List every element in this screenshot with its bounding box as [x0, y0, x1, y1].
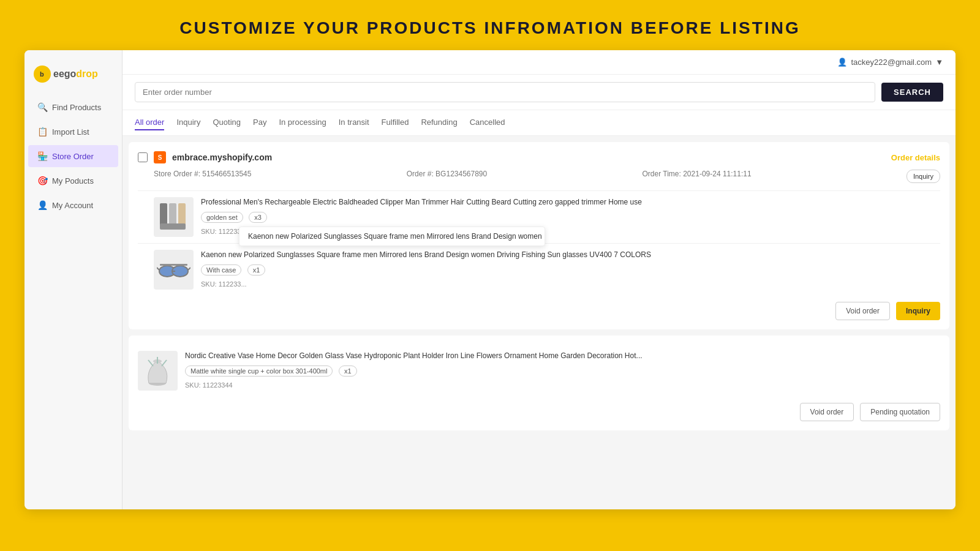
- search-button[interactable]: SEARCH: [881, 83, 943, 102]
- logo-icon: b: [34, 66, 51, 83]
- order-actions-1: Void order Inquiry: [138, 302, 940, 320]
- sidebar-label-find-products: Find Products: [52, 103, 101, 112]
- svg-rect-11: [160, 264, 187, 266]
- sidebar-label-import-list: Import List: [52, 127, 89, 137]
- order-time-1: Order Time: 2021-09-24 11:11:11: [643, 170, 752, 183]
- variant-vase-color: Mattle white single cup + color box 301-…: [185, 365, 333, 377]
- inquiry-btn-1[interactable]: Inquiry: [896, 302, 940, 320]
- tab-all-order[interactable]: All order: [135, 115, 164, 130]
- svg-line-14: [148, 360, 153, 366]
- filter-tabs: All order Inquiry Quoting Pay In process…: [123, 110, 956, 136]
- order-actions-2: Void order Pending quotation: [138, 403, 940, 421]
- svg-line-15: [162, 360, 167, 366]
- variant-golden-set: golden set: [201, 212, 243, 223]
- variant-with-case: With case: [201, 264, 241, 276]
- pending-quotation-btn[interactable]: Pending quotation: [860, 403, 940, 421]
- tab-quoting[interactable]: Quoting: [213, 115, 241, 130]
- store-icon: 🏪: [37, 151, 47, 161]
- sidebar-item-find-products[interactable]: 🔍 Find Products: [28, 96, 118, 118]
- variant-qty-3: x1: [339, 365, 357, 377]
- variant-qty-1: x3: [249, 212, 267, 223]
- sidebar-label-store-order: Store Order: [52, 152, 94, 161]
- order-item-3: Nordic Creative Vase Home Decor Golden G…: [138, 345, 940, 397]
- logo-text: eegodrop: [53, 69, 98, 80]
- tab-in-processing[interactable]: In processing: [279, 115, 326, 130]
- sidebar-item-store-order[interactable]: 🏪 Store Order: [28, 145, 118, 167]
- void-order-btn-2[interactable]: Void order: [800, 403, 854, 421]
- user-info[interactable]: 👤 tackey222@gmail.com ▼: [837, 58, 943, 67]
- order-num-1: Order #: BG1234567890: [407, 170, 487, 183]
- product-img-2: [154, 250, 194, 290]
- product-sku-3: SKU: 11223344: [185, 381, 940, 389]
- variant-qty-2: x1: [247, 264, 266, 276]
- tab-in-transit[interactable]: In transit: [339, 115, 369, 130]
- sidebar-label-my-products: My Poducts: [52, 176, 94, 186]
- search-icon: 🔍: [37, 102, 47, 112]
- account-icon: 👤: [37, 200, 47, 210]
- inquiry-badge-1[interactable]: Inquiry: [907, 170, 940, 183]
- products-icon: 🎯: [37, 176, 47, 186]
- sidebar-nav: 🔍 Find Products 📋 Import List 🏪 Store Or…: [24, 95, 122, 217]
- tab-fulfilled[interactable]: Fulfilled: [382, 115, 409, 130]
- tooltip-text: Kaenon new Polarized Sunglasses Square f…: [248, 232, 542, 241]
- chevron-down-icon: ▼: [935, 58, 943, 67]
- product-img-1: [154, 197, 194, 237]
- svg-line-10: [188, 268, 190, 270]
- user-email: tackey222@gmail.com: [851, 58, 932, 67]
- order-header-1: S embrace.myshopify.com Order details: [138, 151, 940, 163]
- sidebar-logo: b eegodrop: [24, 56, 122, 95]
- search-bar: SEARCH: [123, 75, 956, 110]
- order-item-2: Kaenon new Polarized Sunglasses Square f…: [138, 243, 940, 296]
- product-sku-2: SKU: 112233...: [201, 280, 940, 288]
- page-header: CUSTOMIZE YOUR PRODUCTS INFROMATION BEFO…: [0, 0, 980, 50]
- sidebar-label-my-account: My Account: [52, 201, 93, 210]
- sidebar: b eegodrop 🔍 Find Products 📋 Import List: [24, 50, 123, 509]
- store-order-num-1: Store Order #: 515466513545: [154, 170, 251, 183]
- shopify-icon: S: [154, 151, 166, 163]
- app-container: b eegodrop 🔍 Find Products 📋 Import List: [24, 50, 956, 509]
- search-input[interactable]: [135, 82, 875, 102]
- sidebar-item-import-list[interactable]: 📋 Import List: [28, 121, 118, 143]
- topbar: 👤 tackey222@gmail.com ▼: [123, 50, 956, 75]
- sidebar-item-my-account[interactable]: 👤 My Account: [28, 194, 118, 216]
- tab-inquiry[interactable]: Inquiry: [176, 115, 200, 130]
- svg-rect-5: [160, 223, 186, 230]
- user-icon: 👤: [837, 58, 847, 67]
- product-name-1: Professional Men's Rechargeable Electric…: [201, 197, 940, 208]
- product-tooltip: Kaenon new Polarized Sunglasses Square f…: [239, 227, 545, 246]
- tab-pay[interactable]: Pay: [253, 115, 266, 130]
- tab-cancelled[interactable]: Cancelled: [470, 115, 505, 130]
- page-title: CUSTOMIZE YOUR PRODUCTS INFROMATION BEFO…: [12, 18, 968, 38]
- tab-refunding[interactable]: Refunding: [421, 115, 457, 130]
- product-info-3: Nordic Creative Vase Home Decor Golden G…: [185, 351, 940, 391]
- product-name-3: Nordic Creative Vase Home Decor Golden G…: [185, 351, 940, 361]
- order-details-link-1[interactable]: Order details: [891, 153, 940, 162]
- product-name-2: Kaenon new Polarized Sunglasses Square f…: [201, 250, 940, 260]
- product-img-3: [138, 351, 178, 391]
- order-checkbox-1[interactable]: [138, 152, 148, 162]
- void-order-btn-1[interactable]: Void order: [835, 302, 890, 320]
- svg-line-9: [157, 268, 159, 270]
- order-meta-1: Store Order #: 515466513545 Order #: BG1…: [138, 170, 940, 183]
- store-name-1: embrace.myshopify.com: [172, 152, 272, 162]
- svg-text:b: b: [40, 70, 44, 78]
- order-card-2: Nordic Creative Vase Home Decor Golden G…: [129, 335, 949, 430]
- main-content: 👤 tackey222@gmail.com ▼ SEARCH All order…: [123, 50, 956, 509]
- product-info-2: Kaenon new Polarized Sunglasses Square f…: [201, 250, 940, 290]
- orders-container: S embrace.myshopify.com Order details St…: [123, 136, 956, 509]
- sidebar-item-my-products[interactable]: 🎯 My Poducts: [28, 170, 118, 192]
- import-icon: 📋: [37, 127, 47, 137]
